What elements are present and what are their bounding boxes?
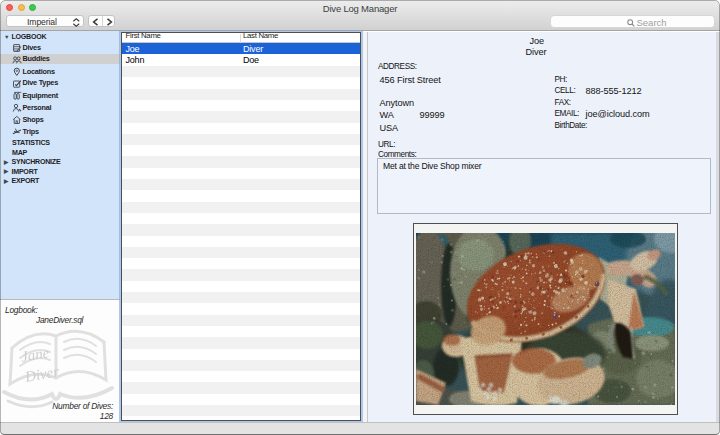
svg-text:Diver: Diver (23, 363, 61, 385)
